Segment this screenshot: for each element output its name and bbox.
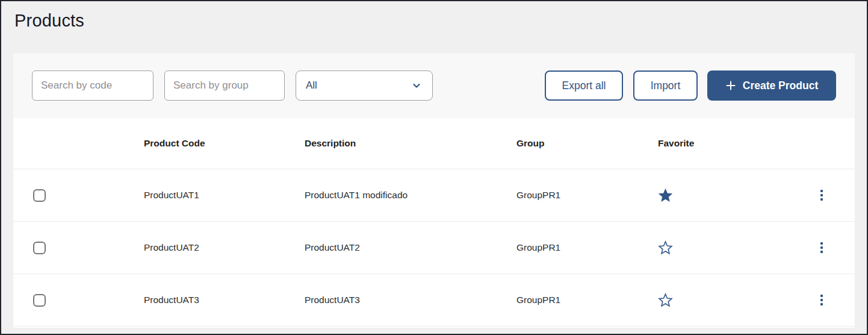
products-card: All Export all Import Create Product Pro… [13, 53, 855, 328]
create-product-label: Create Product [743, 80, 818, 92]
favorite-star-icon[interactable] [658, 188, 673, 203]
product-code-cell: ProductUAT3 [144, 295, 305, 305]
filter-select[interactable]: All [296, 70, 433, 101]
header-description: Description [305, 138, 516, 149]
description-cell: ProductUAT1 modificado [305, 190, 516, 201]
header-product-code: Product Code [144, 138, 305, 149]
row-actions-cell [766, 187, 855, 203]
table-row: ProductUAT2 ProductUAT2 GroupPR1 [13, 222, 855, 274]
header-group: Group [516, 138, 658, 149]
product-code-cell: ProductUAT1 [144, 190, 305, 201]
search-by-code-input[interactable] [32, 70, 153, 101]
group-cell: GroupPR1 [516, 242, 658, 253]
favorite-cell [658, 188, 766, 203]
products-table: Product Code Description Group Favorite … [13, 118, 855, 328]
header-favorite: Favorite [658, 138, 766, 149]
kebab-menu-icon[interactable] [818, 187, 825, 203]
group-cell: GroupPR1 [516, 295, 658, 305]
import-button[interactable]: Import [633, 70, 698, 101]
description-cell: ProductUAT3 [305, 295, 516, 305]
row-actions-cell [766, 292, 855, 308]
plus-icon [725, 80, 736, 91]
filter-selected-value: All [306, 80, 317, 92]
product-code-cell: ProductUAT2 [144, 242, 305, 253]
page-header: Products [1, 1, 867, 53]
favorite-star-icon[interactable] [658, 293, 673, 308]
row-checkbox[interactable] [33, 242, 46, 254]
row-select-cell [13, 189, 144, 202]
row-select-cell [13, 242, 144, 254]
create-product-button[interactable]: Create Product [707, 70, 836, 101]
table-header-row: Product Code Description Group Favorite [13, 118, 855, 169]
favorite-cell [658, 293, 766, 308]
favorite-cell [658, 240, 766, 255]
kebab-menu-icon[interactable] [818, 292, 825, 308]
row-actions-cell [766, 240, 855, 255]
kebab-menu-icon[interactable] [818, 240, 825, 255]
table-body: ProductUAT1 ProductUAT1 modificado Group… [13, 169, 855, 327]
group-cell: GroupPR1 [516, 190, 658, 201]
row-checkbox[interactable] [33, 294, 46, 307]
row-checkbox[interactable] [33, 189, 46, 202]
search-by-group-input[interactable] [164, 70, 285, 101]
table-row: ProductUAT1 ProductUAT1 modificado Group… [13, 169, 855, 222]
description-cell: ProductUAT2 [305, 242, 516, 253]
favorite-star-icon[interactable] [658, 240, 673, 255]
table-row: ProductUAT3 ProductUAT3 GroupPR1 [13, 274, 855, 327]
export-all-button[interactable]: Export all [545, 70, 623, 101]
row-select-cell [13, 294, 144, 307]
toolbar-actions: Export all Import Create Product [545, 70, 836, 101]
chevron-down-icon [412, 81, 421, 90]
page-title: Products [14, 11, 854, 31]
toolbar: All Export all Import Create Product [13, 53, 855, 118]
